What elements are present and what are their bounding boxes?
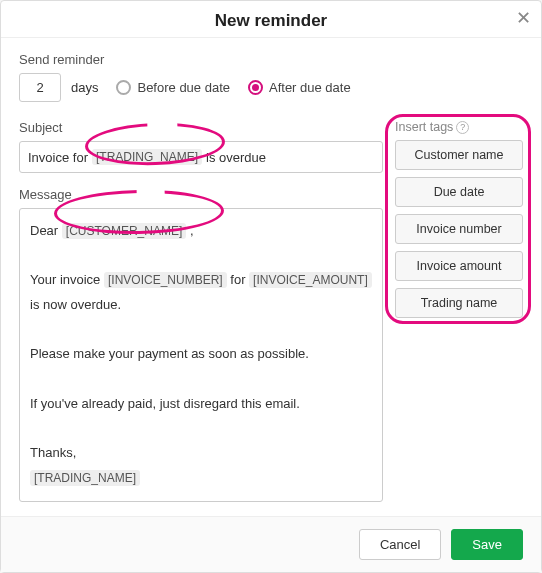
close-icon[interactable]: ✕ xyxy=(516,9,531,27)
message-text: Dear xyxy=(30,223,58,238)
send-reminder-label: Send reminder xyxy=(19,52,523,67)
message-input[interactable]: Dear [CUSTOMER_NAME] , Your invoice [INV… xyxy=(19,208,383,502)
message-text: If you've already paid, just disregard t… xyxy=(30,392,372,417)
message-tag-invoice-amount: [INVOICE_AMOUNT] xyxy=(249,272,372,288)
message-tag-trading-name: [TRADING_NAME] xyxy=(30,470,140,486)
radio-icon xyxy=(116,80,131,95)
new-reminder-modal: New reminder ✕ Send reminder days Before… xyxy=(0,0,542,573)
message-tag-invoice-number: [INVOICE_NUMBER] xyxy=(104,272,227,288)
radio-icon xyxy=(248,80,263,95)
help-icon[interactable]: ? xyxy=(456,121,469,134)
message-text: for xyxy=(230,272,245,287)
message-text: Please make your payment as soon as poss… xyxy=(30,342,372,367)
after-due-label: After due date xyxy=(269,80,351,95)
tag-btn-trading-name[interactable]: Trading name xyxy=(395,288,523,318)
subject-input[interactable]: Invoice for [TRADING_NAME] is overdue xyxy=(19,141,383,173)
subject-label: Subject xyxy=(19,120,383,135)
days-input[interactable] xyxy=(19,73,61,102)
message-text: Your invoice xyxy=(30,272,100,287)
tag-btn-customer-name[interactable]: Customer name xyxy=(395,140,523,170)
before-due-label: Before due date xyxy=(137,80,230,95)
tag-btn-due-date[interactable]: Due date xyxy=(395,177,523,207)
message-text: , xyxy=(190,223,194,238)
send-reminder-row: days Before due date After due date xyxy=(19,73,523,102)
tag-btn-invoice-amount[interactable]: Invoice amount xyxy=(395,251,523,281)
modal-header: New reminder ✕ xyxy=(1,1,541,38)
message-text: is now overdue. xyxy=(30,297,121,312)
save-button[interactable]: Save xyxy=(451,529,523,560)
message-label: Message xyxy=(19,187,383,202)
subject-tag-trading-name: [TRADING_NAME] xyxy=(92,149,202,165)
modal-body: Send reminder days Before due date After… xyxy=(1,38,541,516)
cancel-button[interactable]: Cancel xyxy=(359,529,441,560)
modal-title: New reminder xyxy=(215,11,327,30)
insert-tags-panel: Insert tags ? Customer name Due date Inv… xyxy=(395,120,523,502)
insert-tags-label: Insert tags xyxy=(395,120,453,134)
after-due-radio[interactable]: After due date xyxy=(248,80,351,95)
left-column: Subject Invoice for [TRADING_NAME] is ov… xyxy=(19,120,383,502)
message-tag-customer-name: [CUSTOMER_NAME] xyxy=(62,223,186,239)
tag-btn-invoice-number[interactable]: Invoice number xyxy=(395,214,523,244)
days-text: days xyxy=(71,80,98,95)
subject-text-post: is overdue xyxy=(206,150,266,165)
before-due-radio[interactable]: Before due date xyxy=(116,80,230,95)
modal-footer: Cancel Save xyxy=(1,516,541,572)
message-text: Thanks, xyxy=(30,445,76,460)
subject-text-pre: Invoice for xyxy=(28,150,88,165)
